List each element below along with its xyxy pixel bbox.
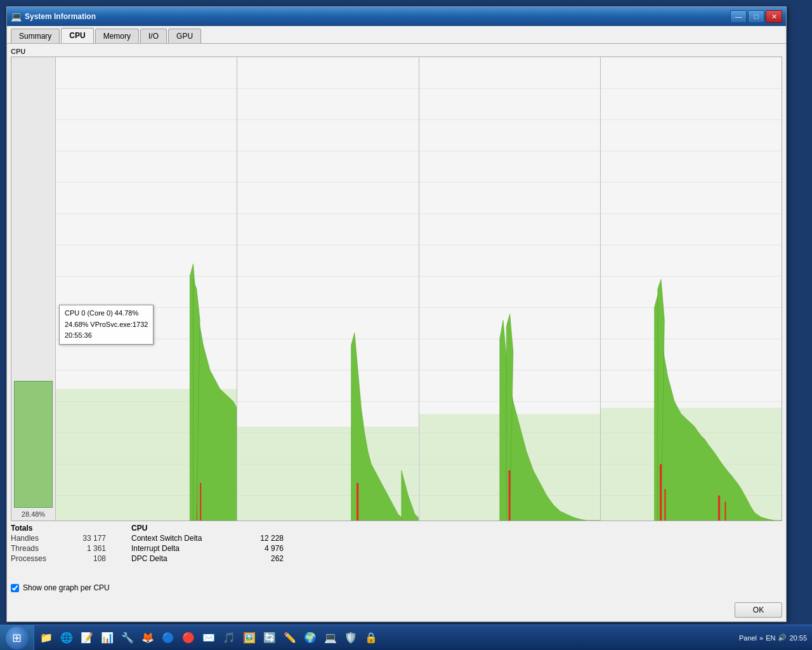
taskbar-icon-word[interactable]: 📝 [77,628,96,647]
context-switch-row: Context Switch Delta 12 228 [131,534,782,543]
interrupt-key: Interrupt Delta [131,544,233,553]
svg-rect-74 [718,496,720,521]
start-orb: ⊞ [6,627,29,649]
handles-row: Handles 33 177 [11,534,106,543]
svg-rect-17 [200,483,201,521]
taskbar-icons-tray: 🔊 [778,633,787,642]
cpu-tooltip: CPU 0 (Core 0) 44.78% 24.68% VProSvc.exe… [59,305,154,345]
cpu-chart-1 [237,57,418,521]
show-one-graph-checkbox[interactable] [11,584,19,592]
taskbar-icon-explorer[interactable]: 📁 [37,628,56,647]
taskbar-icon-firefox[interactable]: 🦊 [138,628,157,647]
dpc-val: 262 [246,554,284,563]
taskbar-chevron: » [759,634,763,642]
svg-rect-75 [724,501,726,521]
window-icon: 💻 [11,11,21,22]
threads-row: Threads 1 361 [11,544,106,553]
window-title: System Information [25,12,730,21]
y-axis-value: 28.48% [22,510,45,518]
svg-rect-54 [508,470,510,521]
taskbar-icon-sec[interactable]: 🛡️ [341,628,360,647]
totals-section: Totals Handles 33 177 Threads 1 361 Proc… [11,524,106,581]
title-bar: 💻 System Information — □ ✕ [7,7,786,26]
cpu-chart-area: 28.48% [11,56,782,521]
processes-val: 108 [74,554,106,563]
main-content: CPU 28.48% [7,44,786,599]
taskbar-icon-opera[interactable]: 🔴 [179,628,198,647]
svg-rect-73 [664,489,665,521]
taskbar-icon-edit[interactable]: ✏️ [280,628,299,647]
window-controls: — □ ✕ [730,10,782,23]
taskbar: ⊞ 📁 🌐 📝 📊 🔧 🦊 🔵 🔴 ✉️ 🎵 🖼️ 🔄 ✏️ 🌍 💻 🛡️ 🔒 … [0,625,812,650]
cpu-panel-3 [601,57,782,521]
maximize-button[interactable]: □ [748,10,764,23]
y-axis: 28.48% [11,57,56,521]
taskbar-time: 20:55 [789,634,807,642]
cpu-chart-0 [56,57,237,521]
show-one-graph-label: Show one graph per CPU [23,583,110,592]
tooltip-line3: 20:55:36 [65,330,148,342]
tab-io[interactable]: I/O [140,29,167,43]
minimize-button[interactable]: — [730,10,747,23]
svg-rect-36 [357,483,358,521]
context-switch-key: Context Switch Delta [131,534,233,543]
taskbar-icon-img[interactable]: 🖼️ [240,628,259,647]
taskbar-en-label: EN [766,634,775,642]
start-button[interactable]: ⊞ [0,625,34,651]
taskbar-panel-label: Panel [739,634,757,642]
cpu-stats-section: CPU Context Switch Delta 12 228 Interrup… [131,524,782,581]
cpu-panel-2 [419,57,601,521]
taskbar-icon-net[interactable]: 🌍 [301,628,320,647]
tab-memory[interactable]: Memory [95,29,139,43]
taskbar-icon-chrome[interactable]: 🔵 [159,628,178,647]
close-button[interactable]: ✕ [766,10,782,23]
taskbar-icon-sync[interactable]: 🔄 [260,628,279,647]
dpc-key: DPC Delta [131,554,233,563]
taskbar-icon-app2[interactable]: 🔧 [118,628,137,647]
svg-rect-72 [660,464,662,521]
stats-area: Totals Handles 33 177 Threads 1 361 Proc… [11,524,782,581]
interrupt-val: 4 976 [246,544,284,553]
cpu-stats-title: CPU [131,524,782,533]
threads-val: 1 361 [74,544,106,553]
tab-gpu[interactable]: GPU [168,29,201,43]
y-axis-bar [14,381,53,508]
cpu-panels: CPU 0 (Core 0) 44.78% 24.68% VProSvc.exe… [56,57,782,521]
taskbar-icon-sys[interactable]: 💻 [321,628,340,647]
taskbar-icon-av[interactable]: 🔒 [362,628,381,647]
cpu-chart-2 [419,57,600,521]
checkbox-area: Show one graph per CPU [11,581,782,595]
context-switch-val: 12 228 [246,534,284,543]
cpu-panel-1 [237,57,419,521]
taskbar-icon-mail[interactable]: ✉️ [199,628,218,647]
tooltip-line2: 24.68% VProSvc.exe:1732 [65,319,148,331]
threads-key: Threads [11,544,62,553]
cpu-chart-3 [601,57,782,521]
taskbar-icon-browser[interactable]: 🌐 [57,628,76,647]
processes-key: Processes [11,554,62,563]
dpc-row: DPC Delta 262 [131,554,782,563]
tab-cpu[interactable]: CPU [61,28,93,43]
handles-key: Handles [11,534,62,543]
ok-button[interactable]: OK [735,602,782,618]
taskbar-right: Panel » EN 🔊 20:55 [734,633,812,642]
taskbar-icons: 📁 🌐 📝 📊 🔧 🦊 🔵 🔴 ✉️ 🎵 🖼️ 🔄 ✏️ 🌍 💻 🛡️ 🔒 [34,628,734,647]
section-label: CPU [11,48,782,55]
handles-val: 33 177 [74,534,106,543]
button-area: OK [7,599,786,621]
totals-title: Totals [11,524,106,533]
taskbar-icon-app[interactable]: 📊 [98,628,117,647]
tab-bar: Summary CPU Memory I/O GPU [7,26,786,44]
tooltip-line1: CPU 0 (Core 0) 44.78% [65,308,148,319]
system-information-window: 💻 System Information — □ ✕ Summary CPU M… [6,6,787,622]
processes-row: Processes 108 [11,554,106,563]
interrupt-row: Interrupt Delta 4 976 [131,544,782,553]
tab-summary[interactable]: Summary [11,29,60,43]
cpu-panel-0: CPU 0 (Core 0) 44.78% 24.68% VProSvc.exe… [56,57,237,521]
taskbar-icon-media[interactable]: 🎵 [219,628,239,647]
